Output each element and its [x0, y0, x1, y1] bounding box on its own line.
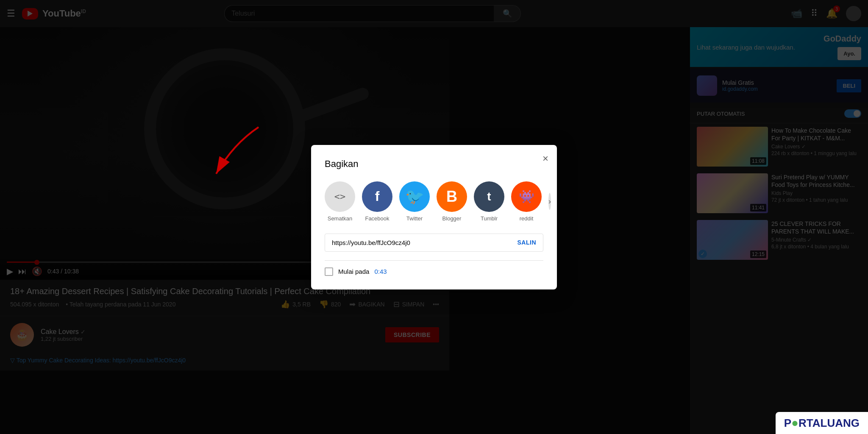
facebook-label: Facebook — [365, 215, 389, 222]
share-timestamp: 0:43 — [374, 268, 387, 275]
reddit-icon: 👾 — [511, 181, 542, 212]
share-item-embed[interactable]: <> Sematkan — [325, 181, 355, 222]
share-item-reddit[interactable]: 👾 reddit — [511, 181, 542, 222]
embed-icon: <> — [325, 181, 355, 212]
share-url-box: https://youtu.be/ffJcO9cz4j0 SALIN — [325, 234, 543, 252]
portal-watermark: P●RTALUANG — [776, 412, 868, 434]
share-url-text: https://youtu.be/ffJcO9cz4j0 — [332, 239, 517, 246]
share-next-button[interactable]: › — [548, 193, 551, 210]
portal-text: P●RTALUANG — [784, 417, 860, 429]
modal-overlay: Bagikan × <> Sematkan f Facebook 🐦 Twitt… — [0, 0, 868, 434]
modal-title: Bagikan — [325, 159, 543, 170]
tumblr-label: Tumblr — [481, 215, 498, 222]
share-item-tumblr[interactable]: t Tumblr — [474, 181, 504, 222]
reddit-label: reddit — [520, 215, 534, 222]
start-at-label: Mulai pada — [338, 268, 369, 275]
share-footer: Mulai pada 0:43 — [325, 260, 543, 276]
blogger-label: Blogger — [442, 215, 462, 222]
tumblr-icon: t — [474, 181, 504, 212]
facebook-icon: f — [362, 181, 392, 212]
share-icons-row: <> Sematkan f Facebook 🐦 Twitter B Blogg… — [325, 181, 543, 222]
start-at-checkbox[interactable] — [325, 267, 333, 276]
modal-close-button[interactable]: × — [542, 153, 548, 164]
share-item-facebook[interactable]: f Facebook — [362, 181, 392, 222]
copy-button[interactable]: SALIN — [517, 239, 537, 246]
twitter-label: Twitter — [406, 215, 423, 222]
twitter-icon: 🐦 — [399, 181, 430, 212]
blogger-icon: B — [437, 181, 467, 212]
share-modal: Bagikan × <> Sematkan f Facebook 🐦 Twitt… — [311, 145, 557, 289]
embed-label: Sematkan — [328, 215, 353, 222]
share-item-twitter[interactable]: 🐦 Twitter — [399, 181, 430, 222]
share-item-blogger[interactable]: B Blogger — [437, 181, 467, 222]
